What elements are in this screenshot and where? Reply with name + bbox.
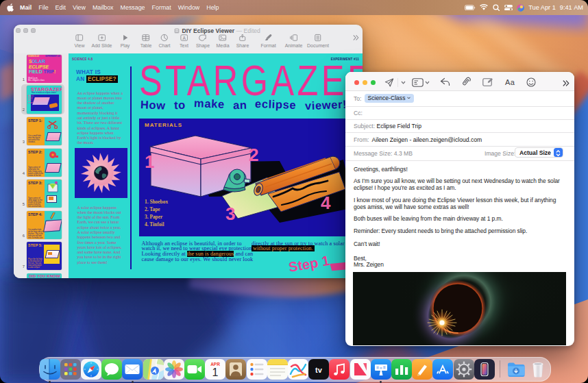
svg-text:3: 3 xyxy=(225,203,235,224)
svg-text:1: 1 xyxy=(145,151,154,172)
svg-text:APR: APR xyxy=(210,361,220,366)
svg-text:1: 1 xyxy=(212,367,219,378)
svg-text:A: A xyxy=(182,36,186,40)
svg-text:2: 2 xyxy=(249,145,258,165)
svg-text:4: 4 xyxy=(321,193,331,213)
svg-text:tv: tv xyxy=(315,366,323,374)
